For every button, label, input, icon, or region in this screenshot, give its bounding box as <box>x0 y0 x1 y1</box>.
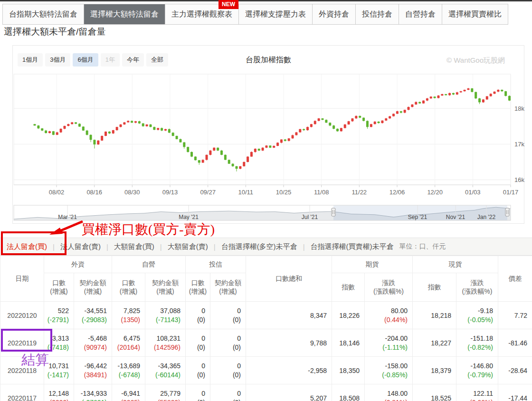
tab-4[interactable]: 選擇權支撐壓力表 <box>239 4 313 24</box>
col-index: 指數 <box>332 273 365 302</box>
subtab-5[interactable]: 台指選擇權(多空)未平倉 <box>219 242 299 251</box>
range-buttons: 1個月3個月6個月1年今年全部 <box>18 53 168 67</box>
tab-8[interactable]: 選擇權買賣權比 <box>442 4 508 24</box>
table-row: 2022011810,731(-1417)-96,442(38491)-13,6… <box>0 357 532 384</box>
col-total: 口數總和 <box>246 256 332 302</box>
subtab-bar: 法人留倉(買)|法人留倉(賣)|大額留倉(買)|大額留倉(賣)|台指選擇權(多空… <box>0 238 532 256</box>
col-group: 期貨 <box>332 256 413 273</box>
subtab-6[interactable]: 台指選擇權(買賣權)未平倉 <box>309 242 396 251</box>
svg-text:08/30: 08/30 <box>124 189 140 196</box>
separator: | <box>160 243 162 251</box>
tab-label: 選擇權買賣權比 <box>448 10 502 18</box>
svg-text:12/20: 12/20 <box>427 189 443 196</box>
svg-text:01/03: 01/03 <box>465 189 481 196</box>
table-row: 202201193,313(-7418)-5,468(90974)6,475(2… <box>0 329 532 357</box>
range-button-5[interactable]: 今年 <box>122 53 144 67</box>
unit-label: 單位：口、仟元 <box>399 242 446 251</box>
tab-3[interactable]: 主力選擇權觀察表NEW <box>165 4 239 24</box>
subtab-3[interactable]: 大額留倉(買) <box>112 242 156 251</box>
svg-text:10/11: 10/11 <box>238 189 254 196</box>
tab-label: 台指期大額特法留倉 <box>9 10 77 18</box>
svg-text:11/22: 11/22 <box>352 189 367 196</box>
tab-6[interactable]: 投信持倉 <box>356 4 399 24</box>
separator: | <box>303 243 305 251</box>
tab-label: 選擇權大額特法留倉 <box>90 10 159 18</box>
svg-text:08/02: 08/02 <box>49 189 65 196</box>
navigator-handle[interactable] <box>505 208 509 216</box>
svg-text:Jul '21: Jul '21 <box>302 214 318 220</box>
window-top-edge <box>0 0 532 1</box>
subtab-4[interactable]: 大額留倉(賣) <box>166 242 210 251</box>
svg-text:01/17: 01/17 <box>503 189 519 196</box>
tab-label: 主力選擇權觀察表 <box>171 10 232 18</box>
col-group: 自營 <box>112 256 186 273</box>
navigator[interactable]: Mar '21May '21Jul '21Sep '21Nov '21Jan '… <box>13 204 525 222</box>
range-button-3[interactable]: 6個月 <box>73 53 98 67</box>
range-button-4[interactable]: 1年 <box>101 53 120 67</box>
svg-text:Jan '22: Jan '22 <box>477 214 496 220</box>
range-button-6[interactable]: 全部 <box>146 53 168 67</box>
chart-panel: 1個月3個月6個月1年今年全部 台股加權指數 © WantGoo玩股網 18k1… <box>12 45 524 224</box>
watermark: © WantGoo玩股網 <box>446 56 505 65</box>
col-diff: 價差 <box>498 256 532 302</box>
svg-text:08/16: 08/16 <box>86 189 102 196</box>
svg-text:16k: 16k <box>514 176 524 183</box>
tab-5[interactable]: 外資持倉 <box>313 4 356 24</box>
svg-text:10/25: 10/25 <box>276 189 292 196</box>
tab-label: 投信持倉 <box>362 10 392 18</box>
col-amt: 契約金額(增減) <box>74 273 112 302</box>
tab-label: 選擇權支撐壓力表 <box>245 10 306 18</box>
col-date: 日期 <box>0 256 44 302</box>
range-button-2[interactable]: 3個月 <box>45 53 70 67</box>
page-title: 選擇權大額未平倉/留倉量 <box>4 26 105 38</box>
svg-text:May '21: May '21 <box>179 214 199 220</box>
range-button-1[interactable]: 1個月 <box>18 53 43 67</box>
tab-label: 自營持倉 <box>405 10 436 18</box>
col-change: 漲跌(漲跌幅%) <box>456 273 498 302</box>
col-change: 漲跌(漲跌幅%) <box>365 273 413 302</box>
tab-1[interactable]: 台指期大額特法留倉 <box>3 4 84 24</box>
separator: | <box>106 243 108 251</box>
highlight-box-purple <box>1 329 52 352</box>
svg-text:09/13: 09/13 <box>162 189 178 196</box>
table-row: 20220120522(-2791)-34,551(-29083)7,825(1… <box>0 302 532 329</box>
candlestick-chart[interactable]: 18k17k16k08/0208/1608/3009/1309/2710/111… <box>13 70 525 200</box>
col-group: 外資 <box>44 256 112 273</box>
col-index: 指數 <box>413 273 456 302</box>
table-row: 2022011712,148(2390)-134,933(-37601)-6,9… <box>0 384 532 401</box>
positions-table: 日期外資自營投信口數總和期貨現貨價差口數(增減)契約金額(增減)口數(增減)契約… <box>0 256 532 401</box>
tab-2[interactable]: 選擇權大額特法留倉 <box>84 4 165 24</box>
annotation-callout: 買權淨口數(買方-賣方) <box>82 220 215 239</box>
separator: | <box>214 243 216 251</box>
svg-text:12/06: 12/06 <box>390 189 405 196</box>
settlement-note: 結算 <box>21 351 49 370</box>
col-group: 投信 <box>186 256 246 273</box>
tab-7[interactable]: 自營持倉 <box>399 4 442 24</box>
col-amt: 契約金額(增減) <box>210 273 246 302</box>
svg-text:09/27: 09/27 <box>200 189 216 196</box>
new-badge: NEW <box>218 0 238 9</box>
top-tabbar: 台指期大額特法留倉選擇權大額特法留倉主力選擇權觀察表NEW選擇權支撐壓力表外資持… <box>2 4 508 25</box>
navigator-handle[interactable] <box>332 208 335 216</box>
col-group: 現貨 <box>413 256 498 273</box>
svg-text:18k: 18k <box>514 105 524 112</box>
col-qty: 口數(增減) <box>112 273 145 302</box>
col-qty: 口數(增減) <box>186 273 210 302</box>
col-qty: 口數(增減) <box>44 273 74 302</box>
svg-text:17k: 17k <box>514 141 524 148</box>
svg-text:11/08: 11/08 <box>314 189 329 196</box>
col-amt: 契約金額(增減) <box>145 273 186 302</box>
svg-text:Nov '21: Nov '21 <box>446 214 466 220</box>
svg-text:Sep '21: Sep '21 <box>408 214 428 220</box>
tab-label: 外資持倉 <box>319 10 349 18</box>
